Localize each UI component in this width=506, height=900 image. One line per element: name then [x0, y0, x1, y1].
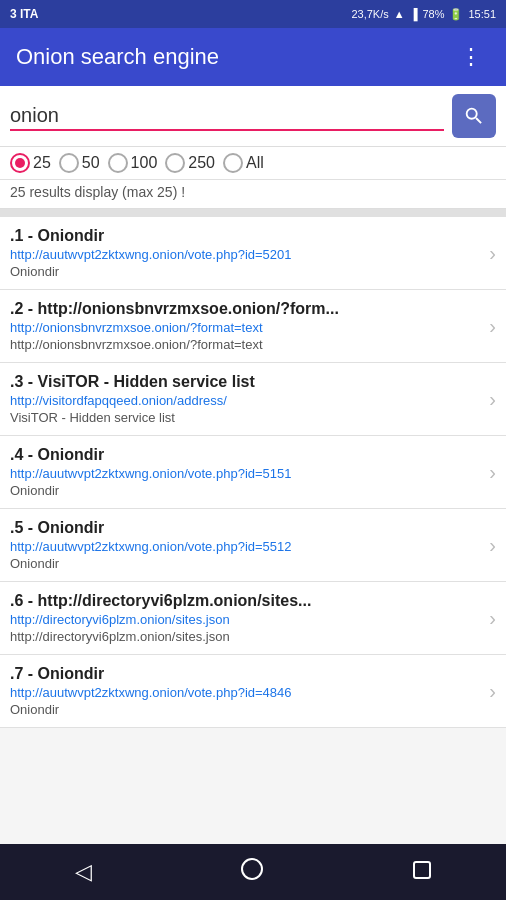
- radio-circle-25: [10, 153, 30, 173]
- result-url: http://auutwvpt2zktxwng.onion/vote.php?i…: [10, 247, 466, 262]
- signal-icon: ▐: [410, 8, 418, 20]
- chevron-right-icon: ›: [489, 242, 496, 265]
- result-item[interactable]: .5 - Oniondirhttp://auutwvpt2zktxwng.oni…: [0, 509, 506, 582]
- chevron-right-icon: ›: [489, 315, 496, 338]
- app-title: Onion search engine: [16, 44, 219, 70]
- home-circle-icon: [241, 858, 263, 880]
- search-button[interactable]: [452, 94, 496, 138]
- search-bar: [0, 86, 506, 147]
- result-url: http://auutwvpt2zktxwng.onion/vote.php?i…: [10, 539, 466, 554]
- recents-square-icon: [413, 861, 431, 879]
- result-title: .2 - http://onionsbnvrzmxsoe.onion/?form…: [10, 300, 466, 318]
- radio-label-all: All: [246, 154, 264, 172]
- section-divider: [0, 209, 506, 217]
- result-title: .4 - Oniondir: [10, 446, 466, 464]
- chevron-right-icon: ›: [489, 388, 496, 411]
- results-info: 25 results display (max 25) !: [0, 180, 506, 209]
- radio-label-50: 50: [82, 154, 100, 172]
- result-url2: http://directoryvi6plzm.onion/sites.json: [10, 629, 466, 644]
- status-bar: 3 ITA 23,7K/s ▲ ▐ 78% 🔋 15:51: [0, 0, 506, 28]
- results-count-text: 25 results display (max 25) !: [10, 184, 185, 200]
- result-desc: VisiTOR - Hidden service list: [10, 410, 466, 425]
- result-desc: Oniondir: [10, 702, 466, 717]
- overflow-menu-icon[interactable]: ⋮: [452, 36, 490, 78]
- search-input-wrap: [10, 102, 444, 131]
- chevron-right-icon: ›: [489, 534, 496, 557]
- chevron-right-icon: ›: [489, 680, 496, 703]
- radio-circle-50: [59, 153, 79, 173]
- search-icon: [463, 105, 485, 127]
- result-item[interactable]: .4 - Oniondirhttp://auutwvpt2zktxwng.oni…: [0, 436, 506, 509]
- result-title: .6 - http://directoryvi6plzm.onion/sites…: [10, 592, 466, 610]
- chevron-right-icon: ›: [489, 607, 496, 630]
- result-url: http://onionsbnvrzmxsoe.onion/?format=te…: [10, 320, 466, 335]
- results-list: .1 - Oniondirhttp://auutwvpt2zktxwng.oni…: [0, 217, 506, 851]
- speed-label: 23,7K/s: [351, 8, 388, 20]
- back-button[interactable]: ◁: [55, 849, 112, 895]
- app-bar: Onion search engine ⋮: [0, 28, 506, 86]
- result-title: .1 - Oniondir: [10, 227, 466, 245]
- radio-inner-25: [15, 158, 25, 168]
- battery-label: 78%: [422, 8, 444, 20]
- radio-label-250: 250: [188, 154, 215, 172]
- carrier-label: 3 ITA: [10, 7, 38, 21]
- home-button[interactable]: [221, 848, 283, 896]
- result-item[interactable]: .2 - http://onionsbnvrzmxsoe.onion/?form…: [0, 290, 506, 363]
- radio-circle-250: [165, 153, 185, 173]
- radio-50[interactable]: 50: [59, 153, 100, 173]
- recents-button[interactable]: [393, 849, 451, 895]
- radio-100[interactable]: 100: [108, 153, 158, 173]
- radio-label-25: 25: [33, 154, 51, 172]
- bottom-navigation: ◁: [0, 844, 506, 900]
- radio-25[interactable]: 25: [10, 153, 51, 173]
- radio-circle-100: [108, 153, 128, 173]
- result-url: http://auutwvpt2zktxwng.onion/vote.php?i…: [10, 466, 466, 481]
- battery-icon: 🔋: [449, 8, 463, 21]
- result-url2: http://onionsbnvrzmxsoe.onion/?format=te…: [10, 337, 466, 352]
- status-right: 23,7K/s ▲ ▐ 78% 🔋 15:51: [351, 8, 496, 21]
- result-item[interactable]: .7 - Oniondirhttp://auutwvpt2zktxwng.oni…: [0, 655, 506, 728]
- result-item[interactable]: .3 - VisiTOR - Hidden service listhttp:/…: [0, 363, 506, 436]
- result-title: .5 - Oniondir: [10, 519, 466, 537]
- radio-all[interactable]: All: [223, 153, 264, 173]
- result-url: http://auutwvpt2zktxwng.onion/vote.php?i…: [10, 685, 466, 700]
- result-desc: Oniondir: [10, 556, 466, 571]
- chevron-right-icon: ›: [489, 461, 496, 484]
- result-title: .7 - Oniondir: [10, 665, 466, 683]
- result-url: http://directoryvi6plzm.onion/sites.json: [10, 612, 466, 627]
- result-item[interactable]: .6 - http://directoryvi6plzm.onion/sites…: [0, 582, 506, 655]
- result-url: http://visitordfapqqeed.onion/address/: [10, 393, 466, 408]
- radio-250[interactable]: 250: [165, 153, 215, 173]
- result-desc: Oniondir: [10, 264, 466, 279]
- result-title: .3 - VisiTOR - Hidden service list: [10, 373, 466, 391]
- wifi-icon: ▲: [394, 8, 405, 20]
- result-desc: Oniondir: [10, 483, 466, 498]
- radio-circle-all: [223, 153, 243, 173]
- result-item[interactable]: .1 - Oniondirhttp://auutwvpt2zktxwng.oni…: [0, 217, 506, 290]
- search-input[interactable]: [10, 102, 444, 131]
- radio-options-row: 25 50 100 250 All: [0, 147, 506, 180]
- time-label: 15:51: [468, 8, 496, 20]
- radio-label-100: 100: [131, 154, 158, 172]
